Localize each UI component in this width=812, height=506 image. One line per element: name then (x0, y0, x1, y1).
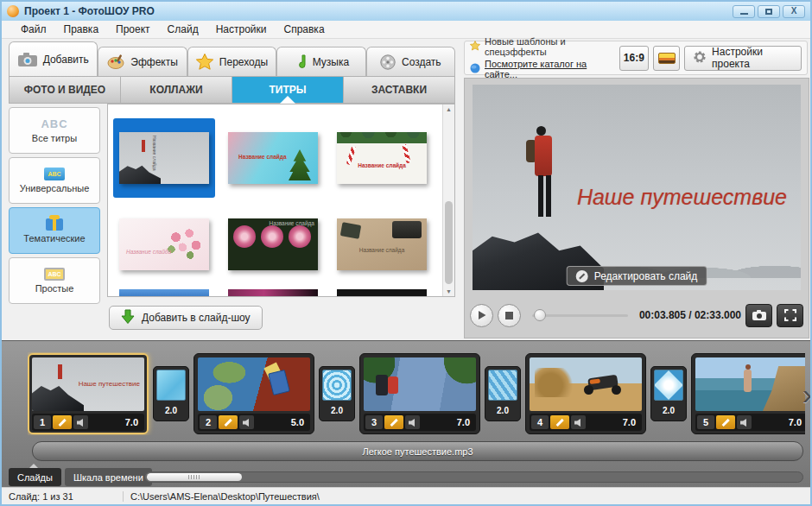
slide-audio-button[interactable] (737, 415, 752, 429)
slide-preview: Наше путешествие Редактировать слайд (473, 85, 801, 290)
slide-duration: 7.0 (457, 417, 470, 427)
slide-4-image (530, 357, 642, 411)
seek-handle[interactable] (534, 309, 546, 321)
tab-photo-video[interactable]: ФОТО И ВИДЕО (10, 77, 121, 103)
slide-duration: 7.0 (789, 417, 802, 427)
category-all-titles[interactable]: ABC Все титры (9, 107, 100, 154)
timeline-scrollbar[interactable] (144, 471, 803, 483)
slide-title-text: Наше путешествие (577, 185, 787, 210)
menu-item-help[interactable]: Справка (275, 22, 333, 37)
maximize-button[interactable] (758, 5, 780, 18)
template-partial-row (119, 289, 209, 296)
music-note-icon (294, 54, 307, 70)
audio-track[interactable]: Легкое путешествие.mp3 (32, 441, 803, 461)
timeline-scrollbar-thumb[interactable] (147, 473, 242, 481)
scrollbar-thumb[interactable] (445, 201, 453, 284)
slide-edit-icon-button[interactable] (384, 415, 403, 429)
play-button[interactable] (470, 304, 493, 327)
close-button[interactable]: X (783, 5, 805, 18)
slide-audio-button[interactable] (405, 415, 420, 429)
maximize-icon (765, 9, 772, 15)
slide-edit-icon-button[interactable] (219, 415, 238, 429)
fullscreen-button[interactable] (777, 304, 803, 327)
project-path: C:\Users\AMS-Elena\Desktop\Путешествия\ (123, 491, 810, 502)
slide-number: 5 (697, 415, 714, 429)
category-simple[interactable]: ABC Простые (9, 257, 100, 304)
timeline-slide-3[interactable]: 3 7.0 (359, 353, 480, 434)
scroll-down-icon[interactable]: ▼ (443, 288, 454, 294)
add-to-slideshow-button[interactable]: Добавить в слайд-шоу (109, 306, 263, 330)
template-thumbnail[interactable]: Название слайда (331, 118, 433, 198)
tab-collages[interactable]: КОЛЛАЖИ (121, 77, 232, 103)
slide-edit-icon-button[interactable] (716, 415, 735, 429)
edit-slide-button[interactable]: Редактировать слайд (567, 266, 707, 286)
tab-slides-view[interactable]: Слайды (9, 468, 61, 486)
slide-audio-button[interactable] (571, 415, 586, 429)
menu-item-edit[interactable]: Правка (55, 22, 108, 37)
film-reel-icon (380, 54, 396, 70)
template-scrollbar[interactable]: ▲ ▼ (442, 104, 454, 296)
scroll-up-icon[interactable]: ▲ (443, 106, 454, 112)
slide-number: 3 (365, 415, 383, 429)
speaker-icon (740, 419, 748, 427)
stop-button[interactable] (498, 304, 521, 327)
background-button[interactable] (653, 46, 680, 71)
aspect-ratio-button[interactable]: 16:9 (619, 46, 650, 71)
timeline-slide-2[interactable]: 2 5.0 (193, 353, 314, 434)
time-display: 00:03.805 / 02:33.000 (639, 309, 741, 321)
tab-add[interactable]: Добавить (9, 41, 98, 76)
slide-number: 1 (34, 415, 51, 429)
template-thumbnail-selected[interactable]: Название слайда (113, 118, 215, 198)
seek-slider[interactable] (532, 309, 628, 321)
template-thumbnail[interactable]: Название слайда (222, 205, 324, 284)
transition-1[interactable]: 2.0 (153, 366, 189, 421)
slide-edit-icon-button[interactable] (53, 415, 72, 429)
template-thumbnail[interactable]: Название слайда (222, 118, 324, 198)
tab-transitions[interactable]: Переходы (187, 47, 276, 76)
category-sidebar: ABC Все титры ABC Универсальные Тематиче… (9, 107, 100, 307)
timeline-slide-5[interactable]: 5 7.0 (691, 353, 805, 434)
seek-track (532, 314, 628, 317)
slide-5-image (695, 357, 805, 411)
slide-duration: 7.0 (125, 417, 138, 427)
slide-audio-button[interactable] (239, 415, 254, 429)
menu-item-settings[interactable]: Настройки (207, 22, 276, 37)
transition-3[interactable]: 2.0 (485, 366, 521, 421)
timeline-slide-4[interactable]: 4 7.0 (525, 353, 646, 434)
slide-counter: Слайд: 1 из 31 (2, 491, 123, 502)
transition-duration: 2.0 (488, 402, 517, 418)
close-icon: X (791, 7, 797, 16)
tab-intros[interactable]: ЗАСТАВКИ (344, 77, 454, 103)
menu-item-project[interactable]: Проект (107, 22, 159, 37)
abc-outline-icon: ABC (41, 117, 67, 130)
speaker-icon (409, 419, 416, 427)
menu-item-file[interactable]: Файл (12, 22, 55, 37)
transition-4[interactable]: 2.0 (650, 366, 687, 421)
slide-edit-icon-button[interactable] (550, 415, 569, 429)
template-thumbnail[interactable]: Название слайда (113, 205, 215, 284)
transition-duration: 2.0 (156, 402, 186, 418)
preview-panel: Наше путешествие Редактировать слайд 00:… (464, 78, 809, 338)
category-thematic[interactable]: Тематические (9, 207, 100, 254)
transition-2[interactable]: 2.0 (319, 366, 355, 421)
minimize-button[interactable] (733, 5, 755, 18)
slide-audio-button[interactable] (73, 415, 88, 429)
catalog-link[interactable]: Посмотрите каталог на сайте... (485, 59, 615, 79)
timeline-slide-1[interactable]: Наше путешествие 1 7.0 (28, 353, 149, 434)
tab-timescale-view[interactable]: Шкала времени (65, 468, 152, 486)
tab-effects[interactable]: Эффекты (98, 47, 187, 76)
menu-item-slide[interactable]: Слайд (159, 22, 207, 37)
tab-music[interactable]: Музыка (276, 47, 365, 76)
palette-icon (107, 54, 124, 69)
tab-titles[interactable]: ТИТРЫ (232, 77, 344, 103)
template-hiker: Название слайда (119, 132, 209, 184)
template-thumbnail[interactable]: Название слайда (331, 205, 433, 284)
category-universal[interactable]: ABC Универсальные (9, 157, 100, 204)
scroll-right-chevron[interactable]: › (802, 379, 812, 408)
slide-3-image (364, 357, 476, 411)
transition-duration: 2.0 (654, 402, 683, 418)
snapshot-button[interactable] (745, 304, 772, 327)
tab-effects-label: Эффекты (130, 56, 178, 68)
project-settings-button[interactable]: Настройки проекта (684, 46, 802, 71)
tab-create[interactable]: Создать (366, 47, 455, 76)
